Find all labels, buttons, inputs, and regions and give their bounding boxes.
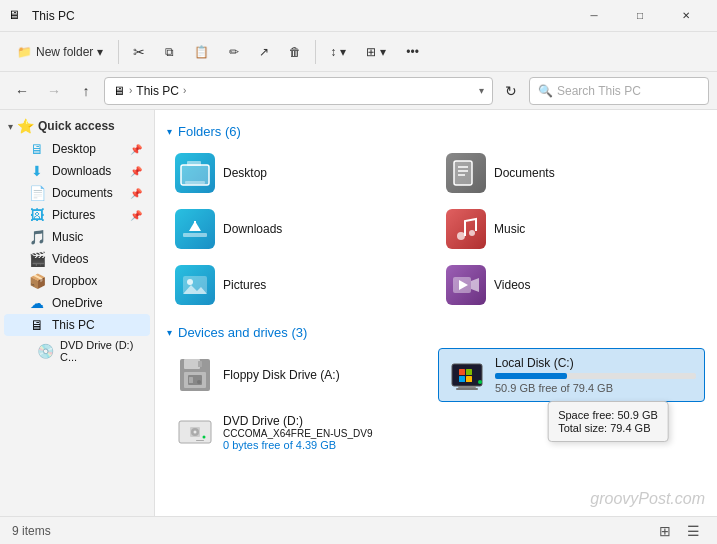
localC-bar-wrap — [495, 373, 696, 379]
music-label: Music — [52, 230, 142, 244]
minimize-button[interactable]: ─ — [571, 0, 617, 32]
drive-localC[interactable]: Local Disk (C:) 50.9 GB free of 79.4 GB … — [438, 348, 705, 402]
desktop-pin-icon: 📌 — [130, 144, 142, 155]
path-icon: 🖥 — [113, 84, 125, 98]
view-button[interactable]: ⊞ ▾ — [358, 36, 394, 68]
folder-documents-icon — [446, 153, 486, 193]
svg-rect-42 — [196, 440, 204, 441]
drives-section-header[interactable]: ▾ Devices and drives (3) — [167, 319, 705, 348]
sort-button[interactable]: ↕ ▾ — [322, 36, 354, 68]
status-views: ⊞ ☰ — [653, 520, 705, 542]
localC-tooltip: Space free: 50.9 GB Total size: 79.4 GB — [547, 401, 669, 442]
more-icon: ••• — [406, 45, 419, 59]
copy-button[interactable]: ⧉ — [157, 36, 182, 68]
svg-point-40 — [194, 431, 197, 434]
new-folder-arrow: ▾ — [97, 45, 103, 59]
more-button[interactable]: ••• — [398, 36, 427, 68]
folder-downloads-name: Downloads — [223, 222, 282, 236]
videos-icon: 🎬 — [28, 251, 46, 267]
sidebar-item-pictures[interactable]: 🖼 Pictures 📌 — [4, 204, 150, 226]
path-arrow: › — [129, 85, 132, 96]
folder-videos-name: Videos — [494, 278, 530, 292]
folders-chevron: ▾ — [167, 126, 172, 137]
tooltip-total: Total size: 79.4 GB — [558, 422, 658, 434]
drives-grid: Floppy Disk Drive (A:) — [167, 348, 705, 458]
sidebar-item-dvddrive[interactable]: 💿 DVD Drive (D:) C... — [4, 336, 150, 366]
folder-videos[interactable]: Videos — [438, 259, 705, 311]
sidebar-quickaccess-header[interactable]: ▾ ⭐ Quick access — [0, 114, 154, 138]
sidebar-item-videos[interactable]: 🎬 Videos — [4, 248, 150, 270]
address-path[interactable]: 🖥 › This PC › ▾ — [104, 77, 493, 105]
folder-pictures-icon — [175, 265, 215, 305]
sort-icon: ↕ — [330, 45, 336, 59]
search-box[interactable]: 🔍 Search This PC — [529, 77, 709, 105]
svg-point-13 — [469, 230, 475, 236]
status-item-count: 9 items — [12, 524, 51, 538]
folder-documents[interactable]: Documents — [438, 147, 705, 199]
folders-section-header[interactable]: ▾ Folders (6) — [167, 118, 705, 147]
drive-dvd[interactable]: DVD Drive (D:) CCCOMA_X64FRE_EN-US_DV9 0… — [167, 406, 434, 458]
floppy-icon — [175, 355, 215, 395]
back-button[interactable]: ← — [8, 77, 36, 105]
grid-view-button[interactable]: ⊞ — [653, 520, 677, 542]
share-button[interactable]: ↗ — [251, 36, 277, 68]
dvd-icon: 💿 — [36, 343, 54, 359]
dvd-label: DVD Drive (D:) C... — [60, 339, 142, 363]
cut-button[interactable]: ✂ — [125, 36, 153, 68]
dropbox-icon: 📦 — [28, 273, 46, 289]
toolbar: 📁 New folder ▾ ✂ ⧉ 📋 ✏ ↗ 🗑 ↕ ▾ ⊞ ▾ ••• — [0, 32, 717, 72]
forward-button[interactable]: → — [40, 77, 68, 105]
svg-rect-33 — [458, 386, 476, 388]
sidebar-item-documents[interactable]: 📄 Documents 📌 — [4, 182, 150, 204]
drive-floppy[interactable]: Floppy Disk Drive (A:) — [167, 348, 434, 402]
rename-button[interactable]: ✏ — [221, 36, 247, 68]
list-view-button[interactable]: ☰ — [681, 520, 705, 542]
sidebar-item-downloads[interactable]: ⬇ Downloads 📌 — [4, 160, 150, 182]
dvd-name-1: DVD Drive (D:) — [223, 414, 426, 428]
delete-button[interactable]: 🗑 — [281, 36, 309, 68]
folder-desktop[interactable]: Desktop — [167, 147, 434, 199]
new-folder-button[interactable]: 📁 New folder ▾ — [8, 36, 112, 68]
localC-free: 50.9 GB free of 79.4 GB — [495, 382, 696, 394]
svg-rect-4 — [454, 161, 472, 185]
maximize-button[interactable]: □ — [617, 0, 663, 32]
downloads-icon: ⬇ — [28, 163, 46, 179]
close-button[interactable]: ✕ — [663, 0, 709, 32]
quickaccess-star-icon: ⭐ — [17, 118, 34, 134]
downloads-pin-icon: 📌 — [130, 166, 142, 177]
up-button[interactable]: ↑ — [72, 77, 100, 105]
folder-downloads[interactable]: Downloads — [167, 203, 434, 255]
dropbox-label: Dropbox — [52, 274, 142, 288]
folders-title: Folders (6) — [178, 124, 241, 139]
sidebar-item-desktop[interactable]: 🖥 Desktop 📌 — [4, 138, 150, 160]
main-layout: ▾ ⭐ Quick access 🖥 Desktop 📌 ⬇ Downloads… — [0, 110, 717, 516]
onedrive-label: OneDrive — [52, 296, 142, 310]
delete-icon: 🗑 — [289, 45, 301, 59]
paste-button[interactable]: 📋 — [186, 36, 217, 68]
localC-name: Local Disk (C:) — [495, 356, 696, 370]
refresh-button[interactable]: ↻ — [497, 77, 525, 105]
videos-label: Videos — [52, 252, 142, 266]
address-bar: ← → ↑ 🖥 › This PC › ▾ ↻ 🔍 Search This PC — [0, 72, 717, 110]
sidebar-item-onedrive[interactable]: ☁ OneDrive — [4, 292, 150, 314]
folder-music[interactable]: Music — [438, 203, 705, 255]
dvd-name-2: CCCOMA_X64FRE_EN-US_DV9 — [223, 428, 426, 439]
sidebar-item-thispc[interactable]: 🖥 This PC — [4, 314, 150, 336]
folder-pictures[interactable]: Pictures — [167, 259, 434, 311]
svg-point-41 — [203, 436, 206, 439]
title-bar-controls: ─ □ ✕ — [571, 0, 709, 32]
share-icon: ↗ — [259, 45, 269, 59]
title-bar-icon: 🖥 — [8, 8, 24, 24]
documents-icon: 📄 — [28, 185, 46, 201]
copy-icon: ⧉ — [165, 45, 174, 59]
folder-desktop-icon — [175, 153, 215, 193]
status-bar: 9 items ⊞ ☰ — [0, 516, 717, 544]
svg-point-35 — [478, 380, 482, 384]
localC-info: Local Disk (C:) 50.9 GB free of 79.4 GB — [495, 356, 696, 394]
sidebar-item-music[interactable]: 🎵 Music — [4, 226, 150, 248]
cut-icon: ✂ — [133, 44, 145, 60]
sidebar-item-dropbox[interactable]: 📦 Dropbox — [4, 270, 150, 292]
svg-rect-9 — [183, 233, 207, 237]
search-placeholder: Search This PC — [557, 84, 641, 98]
dvd-free: 0 bytes free of 4.39 GB — [223, 439, 426, 451]
